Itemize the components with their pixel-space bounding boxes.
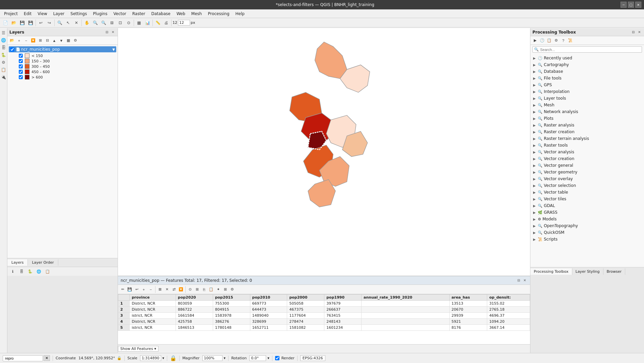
tb-stat[interactable]: 📊	[143, 19, 151, 27]
tree-item-14[interactable]: ▶ 🔍 Vector analysis	[530, 149, 644, 155]
tree-item-21[interactable]: ▶ 🔍 Vector tiles	[530, 196, 644, 202]
tb-zoom-out[interactable]: 🔍	[100, 19, 108, 27]
icon-browser[interactable]: 🌐	[36, 268, 42, 275]
menu-edit[interactable]: Edit	[21, 11, 34, 17]
tb-zoom-sel[interactable]: ⊙	[125, 19, 133, 27]
col-area[interactable]: area_has	[449, 295, 487, 301]
tree-item-1[interactable]: ▶ 🔍 Cartography	[530, 61, 644, 68]
attr-table-float[interactable]: ⊟	[516, 278, 521, 283]
statusbar-search-input[interactable]	[3, 355, 43, 361]
layers-tb-down[interactable]: ▼	[58, 37, 65, 44]
show-all-features-dropdown[interactable]: Show All Features ▾	[118, 346, 158, 352]
col-pop2000[interactable]: pop2000	[287, 295, 324, 301]
proc-tb-script[interactable]: 📜	[567, 37, 574, 44]
tree-item-24[interactable]: ▶ ⚙ Models	[530, 216, 644, 222]
left-icon-layers[interactable]: ☰	[0, 30, 7, 36]
tree-item-15[interactable]: ▶ 🔍 Vector creation	[530, 155, 644, 162]
col-pop2010[interactable]: pop2010	[250, 295, 287, 301]
tree-item-17[interactable]: ▶ 🔍 Vector geometry	[530, 169, 644, 175]
attr-table-content[interactable]: province pop2020 pop2015 pop2010 pop2000…	[118, 294, 530, 344]
close-button[interactable]: ✕	[635, 2, 641, 8]
render-checkbox[interactable]	[275, 356, 279, 360]
col-annual-rate[interactable]: annual_rate_1990_2020	[362, 295, 449, 301]
proc-tb-run[interactable]: ▶	[532, 37, 538, 44]
processing-search-input[interactable]	[540, 48, 640, 52]
proc-tb-help[interactable]: ?	[560, 37, 567, 44]
col-opdens[interactable]: op_densit:	[487, 295, 530, 301]
processing-search[interactable]: 🔍	[532, 46, 642, 53]
layers-tb-settings[interactable]: ⚙	[72, 37, 79, 44]
layers-tb-collapse[interactable]: ⊟	[44, 37, 51, 44]
left-icon-data[interactable]: 🗄	[0, 44, 7, 51]
col-pop1990[interactable]: pop1990	[324, 295, 362, 301]
menu-raster[interactable]: Raster	[130, 11, 148, 17]
attr-tb-del-row[interactable]: −	[147, 286, 154, 293]
tree-item-18[interactable]: ▶ 🔍 Vector overlay	[530, 175, 644, 182]
menu-web[interactable]: Web	[174, 11, 188, 17]
scale-input[interactable]: 1:314890	[140, 355, 161, 361]
tree-item-7[interactable]: ▶ 🔍 Mesh	[530, 102, 644, 108]
tree-item-8[interactable]: ▶ 🔍 Network analysis	[530, 108, 644, 115]
attr-tb-paste[interactable]: 📋	[208, 286, 214, 293]
attr-tb-organize[interactable]: ⊞	[222, 286, 229, 293]
tab-layer-order[interactable]: Layer Order	[28, 259, 58, 266]
layers-panel-close[interactable]: ✕	[110, 30, 116, 35]
attr-tb-deselect[interactable]: ✕	[164, 286, 170, 293]
left-icon-processing[interactable]: ⚙	[0, 59, 7, 66]
rotation-input[interactable]: 0.0°	[249, 355, 266, 361]
tree-item-16[interactable]: ▶ 🔍 Vector general	[530, 162, 644, 169]
font-size-input[interactable]: 12	[178, 20, 190, 25]
menu-database[interactable]: Database	[148, 11, 173, 17]
icon-log[interactable]: 📋	[44, 268, 51, 275]
tree-item-9[interactable]: ▶ 🔍 Plots	[530, 115, 644, 122]
layers-tb-filter[interactable]: 🔽	[30, 37, 37, 44]
left-icon-browser[interactable]: 🌐	[0, 37, 7, 44]
crs-button[interactable]: EPSG:4326	[300, 355, 325, 361]
tree-item-25[interactable]: ▶ 🔍 OpenTopography	[530, 222, 644, 229]
tb-save-as[interactable]: 💾	[26, 19, 35, 27]
magnifier-input[interactable]: 100%	[202, 355, 222, 361]
menu-vector[interactable]: Vector	[111, 11, 129, 17]
legend-checkbox[interactable]	[19, 59, 23, 63]
attr-tb-add-row[interactable]: +	[140, 286, 147, 293]
tree-item-27[interactable]: ▶ 📜 Scripts	[530, 236, 644, 243]
legend-checkbox[interactable]	[19, 75, 23, 79]
tb-zoom-full[interactable]: ⊞	[108, 19, 116, 27]
layers-tb-open[interactable]: 📂	[9, 37, 15, 44]
proc-tab-toolbox[interactable]: Processing Toolbox	[530, 268, 572, 275]
tree-item-11[interactable]: ▶ 🔍 Raster creation	[530, 128, 644, 135]
legend-checkbox[interactable]	[19, 70, 23, 74]
left-icon-plugins[interactable]: 🔌	[0, 74, 7, 81]
tree-item-26[interactable]: ▶ 🔍 QuickOSM	[530, 229, 644, 236]
col-pop2020[interactable]: pop2020	[176, 295, 213, 301]
tree-item-4[interactable]: ▶ 🔍 GPS	[530, 82, 644, 88]
attr-tb-field-calc[interactable]: ✦	[215, 286, 221, 293]
tb-attr-table[interactable]: ▦	[135, 19, 143, 27]
attr-tb-format[interactable]: ⚙	[229, 286, 236, 293]
tb-new[interactable]: 📄	[1, 19, 9, 27]
tb-measure[interactable]: 📏	[154, 19, 162, 27]
tb-open[interactable]: 📂	[10, 19, 18, 27]
attr-tb-select-all[interactable]: ⊠	[156, 286, 163, 293]
attr-tb-filter[interactable]: 🔽	[178, 286, 184, 293]
layer-visible-checkbox[interactable]	[10, 47, 14, 52]
left-icon-log[interactable]: 📋	[0, 66, 7, 73]
menu-processing[interactable]: Processing	[205, 11, 232, 17]
tb-save[interactable]: 💾	[18, 19, 26, 27]
attr-tb-edit[interactable]: ✏	[119, 286, 126, 293]
layers-tb-remove[interactable]: −	[23, 37, 29, 44]
tree-item-23[interactable]: ▶ 🌿 GRASS	[530, 209, 644, 216]
titlebar-controls[interactable]: ─ □ ✕	[621, 2, 641, 8]
attr-tb-rollback[interactable]: ↩	[133, 286, 140, 293]
tree-item-3[interactable]: ▶ 🔍 File tools	[530, 75, 644, 82]
layers-tb-up[interactable]: ▲	[51, 37, 58, 44]
icon-db[interactable]: 🗄	[18, 268, 25, 275]
layers-panel-float[interactable]: ⊟	[104, 30, 110, 35]
proc-tb-settings[interactable]: ⚙	[553, 37, 560, 44]
tb-identify[interactable]: 🔍	[56, 19, 64, 27]
proc-tab-browser[interactable]: Browser	[603, 268, 626, 275]
layers-tb-group[interactable]: ▦	[65, 37, 72, 44]
col-pop2015[interactable]: pop2015	[213, 295, 250, 301]
tree-item-22[interactable]: ▶ 🔍 GDAL	[530, 202, 644, 209]
proc-tb-history[interactable]: 🕐	[539, 37, 545, 44]
